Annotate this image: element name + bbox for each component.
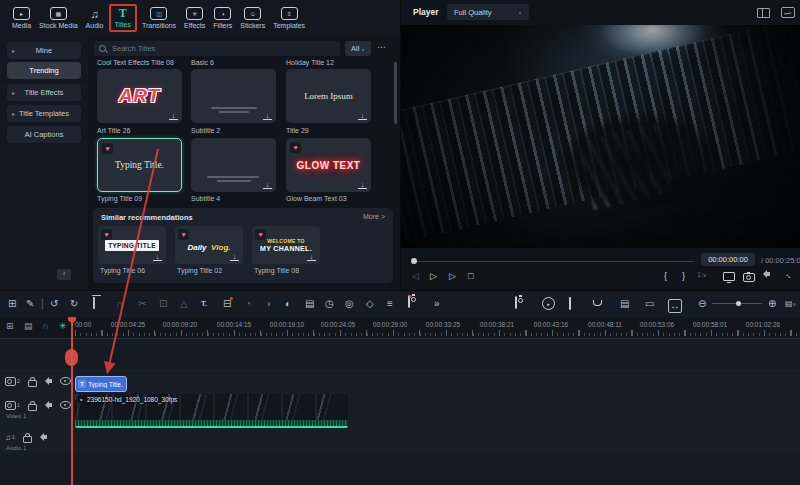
lock-icon[interactable] bbox=[28, 404, 37, 411]
title-template-glow-beam-text-03[interactable]: ♥ GLOW TEXT ↓ bbox=[286, 138, 371, 192]
download-icon[interactable]: ↓ bbox=[230, 253, 239, 261]
screen-record-icon[interactable] bbox=[408, 296, 410, 308]
duration-icon[interactable]: ◷ bbox=[325, 298, 334, 310]
visibility-eye-icon[interactable] bbox=[60, 377, 71, 385]
seek-bar[interactable] bbox=[413, 261, 693, 262]
mark-in-button[interactable]: { bbox=[664, 271, 667, 281]
video-preview[interactable] bbox=[401, 25, 800, 248]
playhead-line[interactable] bbox=[71, 317, 73, 485]
timeline-video-clip[interactable]: ▸ 2396150-hd_1920_1080_30fps bbox=[75, 394, 348, 428]
delete-icon[interactable] bbox=[93, 297, 95, 309]
step-play-button[interactable]: ▷ bbox=[430, 271, 437, 281]
timeline-title-clip[interactable]: T Typing Title. bbox=[75, 376, 127, 392]
mute-speaker-icon[interactable] bbox=[49, 403, 52, 407]
favorite-heart-icon[interactable]: ♥ bbox=[290, 142, 301, 153]
search-input[interactable] bbox=[110, 43, 335, 54]
title-template-title-29[interactable]: Lorem Ipsum ↓ bbox=[286, 69, 371, 123]
lock-icon[interactable] bbox=[28, 380, 37, 387]
download-icon[interactable]: ↓ bbox=[153, 253, 162, 261]
favorite-heart-icon[interactable]: ♥ bbox=[101, 229, 112, 240]
marker-icon[interactable]: ▤ bbox=[24, 321, 33, 331]
record-device-icon[interactable] bbox=[515, 297, 517, 309]
download-icon[interactable]: ↓ bbox=[358, 112, 367, 120]
text-tool-icon[interactable]: T. bbox=[201, 298, 207, 310]
aspect-ratio-dropdown[interactable]: 1:∨ bbox=[697, 271, 707, 278]
mute-speaker-icon[interactable] bbox=[44, 435, 47, 439]
track-options-icon[interactable]: ⊞ bbox=[8, 298, 16, 310]
properties-icon[interactable]: ▤ bbox=[305, 298, 314, 310]
favorite-heart-icon[interactable]: ♥ bbox=[255, 229, 266, 240]
playhead-marker[interactable] bbox=[68, 317, 76, 321]
copyright-shield-icon[interactable] bbox=[569, 298, 571, 310]
title-template-typing-title-06[interactable]: ♥ TYPING TITLE ↓ bbox=[98, 226, 166, 264]
tab-media[interactable]: ▸ Media bbox=[9, 5, 34, 31]
focus-icon[interactable]: ◎ bbox=[345, 298, 354, 310]
zoom-slider[interactable] bbox=[712, 303, 762, 304]
preview-render-icon[interactable]: ▸ bbox=[542, 297, 555, 310]
previous-frame-button[interactable]: ◁ bbox=[412, 271, 419, 281]
zoom-in-icon[interactable]: ⊕ bbox=[768, 298, 776, 310]
title-template-typing-title-02[interactable]: ♥ Daily Vlog. ↓ bbox=[175, 226, 243, 264]
tab-titles-active[interactable]: T Titles bbox=[109, 4, 137, 32]
tab-effects[interactable]: ✳ Effects bbox=[181, 5, 208, 31]
title-template-subtitle-2[interactable]: ↓ bbox=[191, 69, 276, 123]
title-template-subtitle-4[interactable]: ↓ bbox=[191, 138, 276, 192]
filter-dropdown[interactable]: All ∨ bbox=[345, 41, 371, 56]
zoom-out-icon[interactable]: ⊖ bbox=[698, 298, 706, 310]
quality-dropdown[interactable]: Full Quality ∨ bbox=[447, 4, 529, 20]
render-queue-icon[interactable]: ▤ bbox=[620, 298, 629, 310]
title-template-typing-title-09-selected[interactable]: ♥ Typing Title. bbox=[97, 138, 182, 192]
timeline-ruler[interactable]: ⊞ ▤ ∩ ✳ 00:00 00:00:04:25 00:00:09:20 00… bbox=[0, 317, 800, 339]
volume-speaker-icon[interactable] bbox=[763, 272, 770, 276]
mask-icon[interactable]: ◐ bbox=[285, 298, 291, 310]
seek-knob[interactable] bbox=[411, 258, 417, 264]
fullscreen-expand-icon[interactable]: ↔ bbox=[783, 269, 795, 281]
fit-timeline-icon[interactable]: ↔ bbox=[668, 299, 682, 313]
adjust-icon[interactable]: ≡ bbox=[387, 298, 393, 310]
tab-stock-media[interactable]: ▦ Stock Media bbox=[36, 5, 81, 31]
zoom-slider-knob[interactable] bbox=[736, 301, 741, 306]
mark-out-button[interactable]: } bbox=[682, 271, 685, 281]
sidebar-item-mine[interactable]: ▸ Mine bbox=[7, 42, 81, 59]
display-mode-icon[interactable] bbox=[723, 272, 735, 281]
more-tools-chevrons[interactable]: » bbox=[434, 298, 440, 310]
sidebar-item-trending[interactable]: Trending bbox=[7, 62, 81, 79]
av-settings-icon[interactable] bbox=[781, 7, 795, 18]
split-scissors-icon[interactable]: ✂ bbox=[138, 298, 146, 310]
manage-tracks-icon[interactable]: ⊞ bbox=[6, 321, 14, 331]
tab-templates[interactable]: ≡ Templates bbox=[270, 5, 308, 31]
pip-record-icon[interactable]: ⊟ bbox=[223, 298, 231, 310]
magnet-icon[interactable]: ∩ bbox=[116, 298, 123, 310]
tab-audio[interactable]: ♫ Audio bbox=[83, 6, 107, 31]
download-icon[interactable]: ↓ bbox=[263, 112, 272, 120]
tab-filters[interactable]: ◑ Filters bbox=[210, 5, 235, 31]
color-grading-icon[interactable]: ◑ bbox=[265, 298, 271, 310]
title-template-typing-title-08[interactable]: ♥ WELCOME TO MY CHANNEL. ↓ bbox=[252, 226, 320, 264]
crop-icon[interactable]: ⊡ bbox=[159, 298, 167, 310]
snap-magnet-icon[interactable]: ∩ bbox=[42, 321, 48, 331]
snapshot-camera-icon[interactable] bbox=[743, 271, 755, 282]
sidebar-item-ai-captions[interactable]: AI Captions bbox=[7, 126, 81, 143]
recommendations-more-link[interactable]: More > bbox=[363, 213, 385, 220]
keyframe-icon[interactable]: ◇ bbox=[366, 298, 374, 310]
mute-speaker-icon[interactable] bbox=[49, 379, 52, 383]
motion-tracking-icon[interactable]: △ bbox=[180, 298, 188, 310]
favorite-heart-icon[interactable]: ♥ bbox=[102, 143, 113, 154]
stop-button[interactable]: □ bbox=[468, 271, 473, 281]
visibility-eye-icon[interactable] bbox=[60, 401, 71, 409]
proxy-clip-icon[interactable]: ▭ bbox=[645, 298, 654, 310]
sidebar-item-title-templates[interactable]: ▸ Title Templates bbox=[7, 105, 81, 122]
undo-icon[interactable]: ↺ bbox=[50, 298, 58, 310]
tab-transitions[interactable]: ◫ Transitions bbox=[139, 5, 179, 31]
keyframe-settings-icon[interactable]: ✳ bbox=[59, 321, 67, 331]
select-tool-icon[interactable]: ✎ bbox=[26, 298, 34, 310]
title-template-art-title-26[interactable]: ART ↓ bbox=[97, 69, 182, 123]
download-icon[interactable]: ↓ bbox=[263, 181, 272, 189]
redo-icon[interactable]: ↻ bbox=[70, 298, 78, 310]
search-box[interactable] bbox=[94, 41, 340, 56]
speed-icon[interactable]: ◔ bbox=[245, 298, 251, 310]
playhead-grab-pill[interactable] bbox=[65, 349, 78, 366]
library-scrollbar[interactable] bbox=[394, 62, 397, 124]
download-icon[interactable]: ↓ bbox=[169, 112, 178, 120]
sidebar-item-title-effects[interactable]: ▸ Title Effects bbox=[7, 84, 81, 101]
